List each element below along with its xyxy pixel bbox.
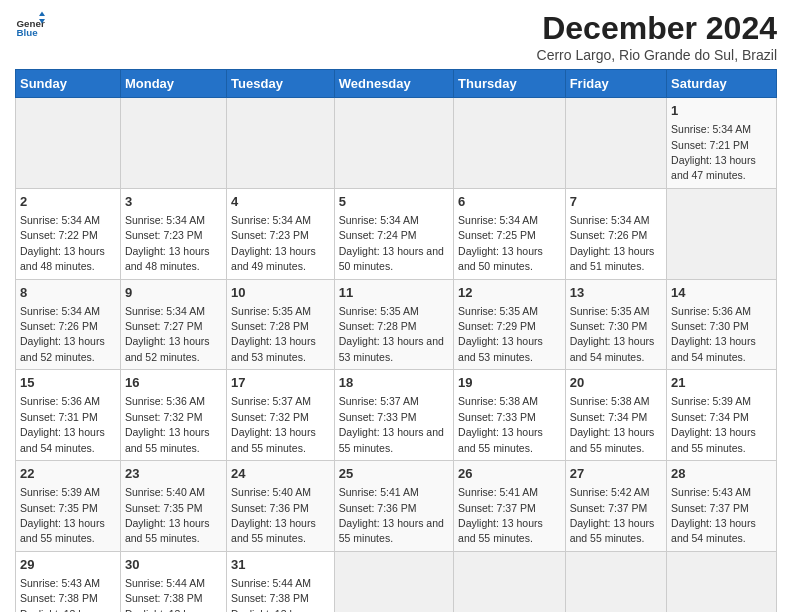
page-title: December 2024 [537, 10, 777, 47]
calendar-table: SundayMondayTuesdayWednesdayThursdayFrid… [15, 69, 777, 612]
day-info: Sunrise: 5:34 AMSunset: 7:23 PMDaylight:… [231, 214, 316, 272]
day-info: Sunrise: 5:43 AMSunset: 7:37 PMDaylight:… [671, 486, 756, 544]
day-info: Sunrise: 5:38 AMSunset: 7:34 PMDaylight:… [570, 395, 655, 453]
day-info: Sunrise: 5:34 AMSunset: 7:27 PMDaylight:… [125, 305, 210, 363]
day-info: Sunrise: 5:41 AMSunset: 7:37 PMDaylight:… [458, 486, 543, 544]
day-cell: 18Sunrise: 5:37 AMSunset: 7:33 PMDayligh… [334, 370, 453, 461]
day-number: 14 [671, 284, 772, 302]
day-number: 28 [671, 465, 772, 483]
day-info: Sunrise: 5:39 AMSunset: 7:35 PMDaylight:… [20, 486, 105, 544]
day-number: 11 [339, 284, 449, 302]
day-number: 26 [458, 465, 561, 483]
day-info: Sunrise: 5:34 AMSunset: 7:25 PMDaylight:… [458, 214, 543, 272]
day-number: 27 [570, 465, 662, 483]
header-day-wednesday: Wednesday [334, 70, 453, 98]
day-number: 22 [20, 465, 116, 483]
day-info: Sunrise: 5:34 AMSunset: 7:26 PMDaylight:… [20, 305, 105, 363]
empty-cell [227, 98, 335, 189]
day-info: Sunrise: 5:37 AMSunset: 7:32 PMDaylight:… [231, 395, 316, 453]
day-info: Sunrise: 5:34 AMSunset: 7:26 PMDaylight:… [570, 214, 655, 272]
day-info: Sunrise: 5:43 AMSunset: 7:38 PMDaylight:… [20, 577, 105, 612]
day-number: 6 [458, 193, 561, 211]
header-day-thursday: Thursday [454, 70, 566, 98]
day-number: 5 [339, 193, 449, 211]
day-cell [454, 551, 566, 612]
day-info: Sunrise: 5:36 AMSunset: 7:32 PMDaylight:… [125, 395, 210, 453]
day-number: 16 [125, 374, 222, 392]
day-number: 19 [458, 374, 561, 392]
day-number: 4 [231, 193, 330, 211]
empty-cell [334, 98, 453, 189]
day-number: 18 [339, 374, 449, 392]
day-number: 30 [125, 556, 222, 574]
day-cell: 24Sunrise: 5:40 AMSunset: 7:36 PMDayligh… [227, 461, 335, 552]
day-cell: 19Sunrise: 5:38 AMSunset: 7:33 PMDayligh… [454, 370, 566, 461]
day-number: 10 [231, 284, 330, 302]
day-number: 13 [570, 284, 662, 302]
day-info: Sunrise: 5:44 AMSunset: 7:38 PMDaylight:… [231, 577, 316, 612]
day-number: 31 [231, 556, 330, 574]
day-cell [667, 188, 777, 279]
day-number: 23 [125, 465, 222, 483]
header: General Blue December 2024 Cerro Largo, … [15, 10, 777, 63]
day-cell [334, 551, 453, 612]
day-info: Sunrise: 5:41 AMSunset: 7:36 PMDaylight:… [339, 486, 444, 544]
day-cell: 1Sunrise: 5:34 AMSunset: 7:21 PMDaylight… [667, 98, 777, 189]
calendar-week-row: 22Sunrise: 5:39 AMSunset: 7:35 PMDayligh… [16, 461, 777, 552]
calendar-header-row: SundayMondayTuesdayWednesdayThursdayFrid… [16, 70, 777, 98]
header-day-friday: Friday [565, 70, 666, 98]
day-cell: 25Sunrise: 5:41 AMSunset: 7:36 PMDayligh… [334, 461, 453, 552]
day-info: Sunrise: 5:35 AMSunset: 7:28 PMDaylight:… [231, 305, 316, 363]
day-cell: 7Sunrise: 5:34 AMSunset: 7:26 PMDaylight… [565, 188, 666, 279]
day-info: Sunrise: 5:35 AMSunset: 7:30 PMDaylight:… [570, 305, 655, 363]
header-day-tuesday: Tuesday [227, 70, 335, 98]
calendar-week-row: 2Sunrise: 5:34 AMSunset: 7:22 PMDaylight… [16, 188, 777, 279]
day-cell: 13Sunrise: 5:35 AMSunset: 7:30 PMDayligh… [565, 279, 666, 370]
day-info: Sunrise: 5:40 AMSunset: 7:36 PMDaylight:… [231, 486, 316, 544]
day-cell: 3Sunrise: 5:34 AMSunset: 7:23 PMDaylight… [120, 188, 226, 279]
day-cell: 15Sunrise: 5:36 AMSunset: 7:31 PMDayligh… [16, 370, 121, 461]
day-number: 2 [20, 193, 116, 211]
day-number: 3 [125, 193, 222, 211]
day-cell: 12Sunrise: 5:35 AMSunset: 7:29 PMDayligh… [454, 279, 566, 370]
day-cell: 30Sunrise: 5:44 AMSunset: 7:38 PMDayligh… [120, 551, 226, 612]
day-cell: 28Sunrise: 5:43 AMSunset: 7:37 PMDayligh… [667, 461, 777, 552]
logo: General Blue [15, 10, 45, 40]
day-number: 20 [570, 374, 662, 392]
day-cell [565, 551, 666, 612]
day-cell: 23Sunrise: 5:40 AMSunset: 7:35 PMDayligh… [120, 461, 226, 552]
svg-text:Blue: Blue [17, 27, 39, 38]
day-number: 24 [231, 465, 330, 483]
header-day-sunday: Sunday [16, 70, 121, 98]
day-info: Sunrise: 5:37 AMSunset: 7:33 PMDaylight:… [339, 395, 444, 453]
day-info: Sunrise: 5:38 AMSunset: 7:33 PMDaylight:… [458, 395, 543, 453]
header-day-saturday: Saturday [667, 70, 777, 98]
day-info: Sunrise: 5:35 AMSunset: 7:29 PMDaylight:… [458, 305, 543, 363]
empty-cell [565, 98, 666, 189]
day-cell: 10Sunrise: 5:35 AMSunset: 7:28 PMDayligh… [227, 279, 335, 370]
day-cell: 8Sunrise: 5:34 AMSunset: 7:26 PMDaylight… [16, 279, 121, 370]
calendar-week-row: 15Sunrise: 5:36 AMSunset: 7:31 PMDayligh… [16, 370, 777, 461]
day-info: Sunrise: 5:36 AMSunset: 7:30 PMDaylight:… [671, 305, 756, 363]
logo-icon: General Blue [15, 10, 45, 40]
day-info: Sunrise: 5:36 AMSunset: 7:31 PMDaylight:… [20, 395, 105, 453]
day-cell [667, 551, 777, 612]
day-cell: 20Sunrise: 5:38 AMSunset: 7:34 PMDayligh… [565, 370, 666, 461]
day-number: 7 [570, 193, 662, 211]
day-cell: 29Sunrise: 5:43 AMSunset: 7:38 PMDayligh… [16, 551, 121, 612]
day-cell: 5Sunrise: 5:34 AMSunset: 7:24 PMDaylight… [334, 188, 453, 279]
day-info: Sunrise: 5:34 AMSunset: 7:24 PMDaylight:… [339, 214, 444, 272]
day-info: Sunrise: 5:39 AMSunset: 7:34 PMDaylight:… [671, 395, 756, 453]
page-subtitle: Cerro Largo, Rio Grande do Sul, Brazil [537, 47, 777, 63]
day-number: 9 [125, 284, 222, 302]
day-cell: 21Sunrise: 5:39 AMSunset: 7:34 PMDayligh… [667, 370, 777, 461]
day-number: 17 [231, 374, 330, 392]
day-number: 1 [671, 102, 772, 120]
day-cell: 4Sunrise: 5:34 AMSunset: 7:23 PMDaylight… [227, 188, 335, 279]
calendar-week-row: 8Sunrise: 5:34 AMSunset: 7:26 PMDaylight… [16, 279, 777, 370]
day-info: Sunrise: 5:44 AMSunset: 7:38 PMDaylight:… [125, 577, 210, 612]
day-info: Sunrise: 5:34 AMSunset: 7:22 PMDaylight:… [20, 214, 105, 272]
svg-marker-2 [39, 12, 45, 17]
day-cell: 17Sunrise: 5:37 AMSunset: 7:32 PMDayligh… [227, 370, 335, 461]
day-number: 15 [20, 374, 116, 392]
